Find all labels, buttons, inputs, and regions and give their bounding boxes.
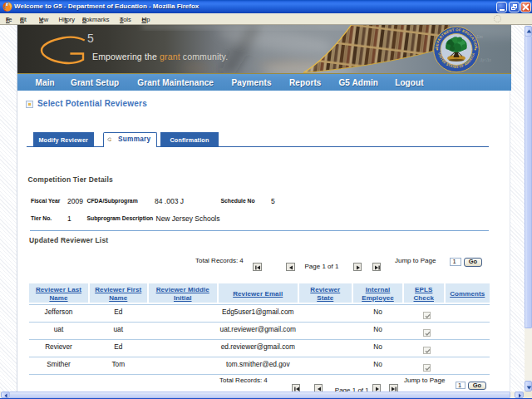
svg-text:Empowering the grant community: Empowering the grant community. [92, 52, 228, 62]
svg-text:5: 5 [87, 32, 94, 45]
svg-text:Δy/Δx: Δy/Δx [479, 57, 491, 62]
